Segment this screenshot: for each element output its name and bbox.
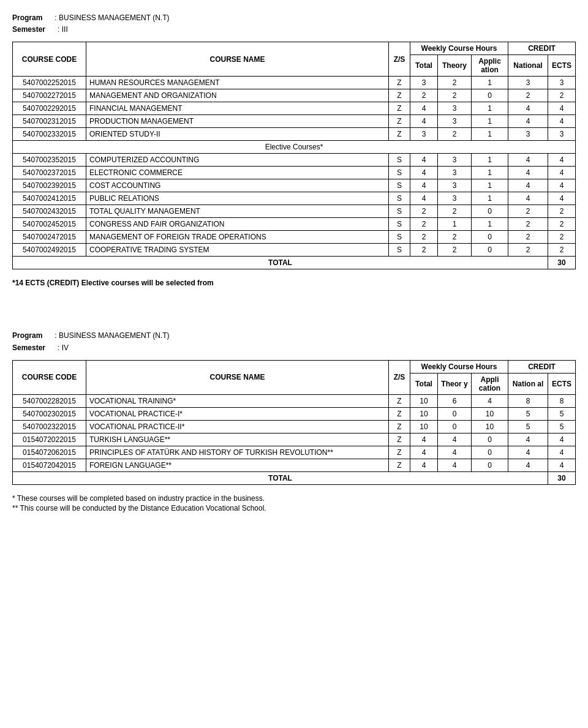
cell-name: FOREIGN LANGUAGE** — [86, 459, 389, 471]
cell-theory: 0 — [438, 407, 472, 420]
cell-theory: 4 — [438, 446, 472, 459]
cell-applic: 0 — [472, 459, 508, 471]
total-ects: 30 — [548, 257, 576, 269]
cell-total: 3 — [410, 77, 438, 89]
cell-national: 4 — [508, 192, 548, 205]
cell-name: HUMAN RESOURCES MANAGEMENT — [86, 77, 389, 89]
cell-name: VOCATIONAL PRACTICE-II* — [86, 420, 389, 433]
cell-national: 5 — [508, 407, 548, 420]
table-row: 5407002282015 VOCATIONAL TRAINING* Z 10 … — [13, 394, 576, 407]
cell-name: VOCATIONAL PRACTICE-I* — [86, 407, 389, 420]
total-row: TOTAL 30 — [13, 471, 576, 484]
cell-national: 2 — [508, 89, 548, 102]
section2-header: Program : BUSINESS MANAGEMENT (N.T) Seme… — [12, 330, 576, 353]
cell-theory: 3 — [438, 154, 472, 167]
table-row: 5407002412015 PUBLIC RELATIONS S 4 3 1 4… — [13, 192, 576, 205]
semester2-label: Semester — [12, 342, 45, 354]
col-ects: ECTS — [548, 55, 576, 77]
semester-value: : III — [58, 24, 68, 36]
cell-zs: Z — [389, 102, 410, 115]
cell-ects: 4 — [548, 192, 576, 205]
cell-zs: Z — [389, 115, 410, 128]
cell-zs: S — [389, 218, 410, 231]
cell-code: 5407002332015 — [13, 128, 86, 141]
cell-name: ORIENTED STUDY-II — [86, 128, 389, 141]
s2-total-label: TOTAL — [13, 471, 548, 484]
cell-theory: 3 — [438, 179, 472, 192]
cell-zs: Z — [389, 407, 410, 420]
cell-ects: 3 — [548, 77, 576, 89]
col-total: Total — [410, 55, 438, 77]
cell-ects: 4 — [548, 167, 576, 179]
cell-ects: 4 — [548, 154, 576, 167]
section1-footnote: *14 ECTS (CREDIT) Elective courses will … — [12, 279, 576, 287]
cell-applic: 1 — [472, 128, 508, 141]
footnote-bottom-2: ** This course will be conducted by the … — [12, 504, 576, 512]
cell-name: COMPUTERIZED ACCOUNTING — [86, 154, 389, 167]
cell-code: 5407002392015 — [13, 179, 86, 192]
cell-theory: 1 — [438, 218, 472, 231]
cell-name: MANAGEMENT AND ORGANIZATION — [86, 89, 389, 102]
cell-total: 10 — [410, 394, 438, 407]
cell-total: 4 — [410, 459, 438, 471]
cell-code: 5407002472015 — [13, 231, 86, 244]
table-row: 5407002492015 COOPERATIVE TRADING SYSTEM… — [13, 244, 576, 257]
cell-national: 4 — [508, 446, 548, 459]
cell-ects: 2 — [548, 231, 576, 244]
cell-national: 2 — [508, 231, 548, 244]
cell-national: 2 — [508, 205, 548, 218]
elective-label: Elective Courses* — [13, 141, 576, 154]
col-national: National — [508, 55, 548, 77]
cell-code: 5407002282015 — [13, 394, 86, 407]
cell-total: 4 — [410, 102, 438, 115]
col-theory: Theory — [438, 55, 472, 77]
cell-total: 4 — [410, 179, 438, 192]
cell-code: 5407002452015 — [13, 218, 86, 231]
cell-theory: 3 — [438, 192, 472, 205]
cell-name: COST ACCOUNTING — [86, 179, 389, 192]
cell-national: 2 — [508, 244, 548, 257]
cell-code: 5407002372015 — [13, 167, 86, 179]
cell-theory: 3 — [438, 115, 472, 128]
footnotes-bottom: * These courses will be completed based … — [12, 494, 576, 512]
cell-theory: 6 — [438, 394, 472, 407]
cell-theory: 2 — [438, 128, 472, 141]
section1-header: Program : BUSINESS MANAGEMENT (N.T) Seme… — [12, 12, 576, 36]
cell-name: COOPERATIVE TRADING SYSTEM — [86, 244, 389, 257]
table-row: 5407002472015 MANAGEMENT OF FOREIGN TRAD… — [13, 231, 576, 244]
cell-theory: 0 — [438, 420, 472, 433]
table-row: 5407002322015 VOCATIONAL PRACTICE-II* Z … — [13, 420, 576, 433]
cell-ects: 4 — [548, 102, 576, 115]
s2-col-theory: Theor y — [438, 373, 472, 394]
cell-code: 5407002412015 — [13, 192, 86, 205]
cell-national: 3 — [508, 77, 548, 89]
cell-code: 5407002312015 — [13, 115, 86, 128]
cell-total: 2 — [410, 205, 438, 218]
cell-name: PRINCIPLES OF ATATÜRK AND HISTORY OF TUR… — [86, 446, 389, 459]
cell-applic: 1 — [472, 102, 508, 115]
cell-applic: 0 — [472, 89, 508, 102]
cell-national: 4 — [508, 115, 548, 128]
cell-theory: 2 — [438, 77, 472, 89]
cell-ects: 2 — [548, 244, 576, 257]
cell-national: 2 — [508, 218, 548, 231]
cell-total: 4 — [410, 433, 438, 446]
cell-theory: 2 — [438, 244, 472, 257]
cell-ects: 3 — [548, 128, 576, 141]
cell-zs: S — [389, 244, 410, 257]
cell-theory: 3 — [438, 167, 472, 179]
cell-applic: 0 — [472, 446, 508, 459]
cell-name: VOCATIONAL TRAINING* — [86, 394, 389, 407]
cell-code: 5407002352015 — [13, 154, 86, 167]
program2-value: : BUSINESS MANAGEMENT (N.T) — [55, 330, 169, 342]
cell-national: 8 — [508, 394, 548, 407]
cell-national: 3 — [508, 128, 548, 141]
cell-theory: 2 — [438, 231, 472, 244]
section2-table: COURSE CODE COURSE NAME Z/S Weekly Cours… — [12, 360, 576, 485]
cell-code: 5407002322015 — [13, 420, 86, 433]
col-course-name: COURSE NAME — [86, 42, 389, 77]
table-row: 0154072062015 PRINCIPLES OF ATATÜRK AND … — [13, 446, 576, 459]
table-row: 5407002452015 CONGRESS AND FAIR ORGANIZA… — [13, 218, 576, 231]
semester-label: Semester — [12, 24, 45, 36]
cell-name: ELECTRONIC COMMERCE — [86, 167, 389, 179]
